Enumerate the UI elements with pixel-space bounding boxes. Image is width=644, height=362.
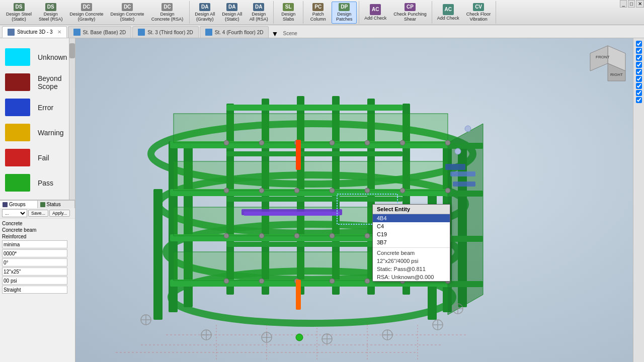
- design-steel-static-icon: DS: [14, 3, 25, 11]
- tab-structure-3d[interactable]: Structure 3D - 3 ✕: [2, 26, 67, 38]
- add-check-punching-icon: AC: [370, 4, 381, 15]
- svg-point-58: [294, 233, 299, 238]
- design-patches-icon: DP: [339, 3, 350, 11]
- prop-field2[interactable]: [2, 249, 67, 257]
- tab-status[interactable]: Status: [38, 201, 75, 208]
- legend-beyond-scope-label: Beyond Scope: [38, 74, 64, 90]
- panel-dropdown[interactable]: ...: [2, 209, 27, 217]
- svg-rect-76: [445, 164, 465, 170]
- prop-field3[interactable]: [2, 258, 67, 266]
- viewport[interactable]: Select Entity 4B4 C4 C19 3B7 Concrete be…: [75, 38, 633, 362]
- check-punching-shear-icon: CP: [405, 3, 416, 11]
- svg-point-48: [365, 140, 370, 145]
- check-floor-vibration-btn[interactable]: CV Check Floor Vibration: [463, 2, 494, 24]
- svg-rect-77: [450, 171, 475, 176]
- popup-item-c19[interactable]: C19: [373, 230, 450, 238]
- design-concrete-static-btn[interactable]: DC Design Concrete (Static): [108, 2, 147, 24]
- tab-close-btn[interactable]: ✕: [57, 29, 61, 35]
- right-cb-6[interactable]: [636, 76, 642, 82]
- design-concrete-rsa-btn[interactable]: DC Design Concrete (RSA): [148, 2, 187, 24]
- right-cb-7[interactable]: [636, 83, 642, 89]
- prop-field5[interactable]: [2, 277, 67, 285]
- legend-error: Error: [5, 99, 64, 116]
- legend-warning: Warning: [5, 124, 64, 141]
- patch-column-btn[interactable]: PC Patch Column: [305, 2, 331, 24]
- prop-rebar: Reinforced: [2, 234, 73, 239]
- popup-info-rsa: RSA: Unknown@0.000: [373, 273, 450, 281]
- tab-groups[interactable]: Groups: [0, 201, 38, 208]
- legend-error-label: Error: [38, 104, 53, 112]
- add-check-floor-btn[interactable]: AC Add Check: [434, 2, 462, 24]
- main-toolbar: DS Design Steel (Static) DS Design Steel…: [0, 0, 644, 25]
- svg-point-54: [365, 188, 370, 193]
- right-panel: [633, 38, 644, 362]
- svg-rect-36: [174, 114, 448, 143]
- left-panel: Unknown Beyond Scope Error Warning: [0, 38, 75, 362]
- tab-bar: Structure 3D - 3 ✕ St. Base (Base) 2D St…: [0, 25, 644, 38]
- svg-rect-33: [226, 151, 403, 156]
- right-cb-2[interactable]: [636, 48, 642, 54]
- legend-fail-swatch: [5, 149, 30, 166]
- design-all-rsa-btn[interactable]: DA Design All (RSA): [246, 2, 271, 24]
- toolbar-group-patches: PC Patch Column DP Design Patches: [303, 1, 359, 24]
- design-slabs-icon: SL: [283, 3, 294, 11]
- design-steel-rsa-icon: DS: [45, 3, 56, 11]
- right-cb-1[interactable]: [636, 41, 642, 47]
- toolbar-group-design-steel: DS Design Steel (Static) DS Design Steel…: [1, 1, 190, 24]
- right-cb-5[interactable]: [636, 69, 642, 75]
- popup-item-4b4[interactable]: 4B4: [373, 214, 450, 222]
- svg-rect-34: [226, 197, 403, 202]
- select-entity-popup[interactable]: Select Entity 4B4 C4 C19 3B7 Concrete be…: [372, 204, 450, 282]
- check-punching-shear-btn[interactable]: CP Check Punching Shear: [390, 2, 430, 24]
- panel-close-btn[interactable]: ✕: [636, 0, 644, 8]
- prop-field1[interactable]: [2, 240, 67, 248]
- main-area: Unknown Beyond Scope Error Warning: [0, 38, 644, 362]
- svg-point-65: [330, 279, 335, 284]
- save-btn[interactable]: Save...: [28, 210, 48, 217]
- design-patches-btn[interactable]: DP Design Patches: [332, 2, 357, 24]
- svg-point-100: [296, 334, 303, 341]
- design-concrete-gravity-btn[interactable]: DC Design Concrete (Gravity): [67, 2, 107, 24]
- tab-3d-icon: [8, 29, 15, 36]
- legend-unknown-swatch: [5, 48, 30, 66]
- svg-point-52: [294, 188, 299, 193]
- left-panel-scrollbar[interactable]: [69, 38, 75, 200]
- nav-cube[interactable]: FRONT RIGHT: [588, 43, 628, 83]
- legend-pass-swatch: [5, 174, 30, 192]
- svg-point-57: [259, 233, 264, 238]
- popup-item-c4[interactable]: C4: [373, 222, 450, 230]
- tab-st-base[interactable]: St. Base (Base) 2D: [68, 26, 132, 38]
- legend-beyond-scope-swatch: [5, 73, 30, 91]
- svg-point-53: [330, 188, 335, 193]
- popup-item-3b7[interactable]: 3B7: [373, 238, 450, 246]
- svg-rect-74: [296, 140, 301, 170]
- design-steel-static-btn[interactable]: DS Design Steel (Static): [3, 2, 35, 24]
- legend-warning-swatch: [5, 124, 30, 141]
- scene-tab[interactable]: Scene: [280, 29, 300, 38]
- svg-point-73: [465, 126, 471, 132]
- panel-restore-btn[interactable]: □: [628, 0, 635, 8]
- toolbar-group-slabs: SL Design Slabs: [274, 1, 303, 24]
- add-check-punching-btn[interactable]: AC Add Check: [361, 2, 389, 24]
- design-slabs-btn[interactable]: SL Design Slabs: [276, 2, 301, 24]
- design-all-gravity-btn[interactable]: DA Design All (Gravity): [192, 2, 218, 24]
- legend-area: Unknown Beyond Scope Error Warning: [0, 38, 69, 202]
- prop-field6[interactable]: [2, 286, 67, 294]
- legend-pass: Pass: [5, 174, 64, 192]
- legend-error-swatch: [5, 99, 30, 116]
- right-cb-3[interactable]: [636, 55, 642, 61]
- panel-minimize-btn[interactable]: _: [620, 0, 627, 8]
- right-cb-9[interactable]: [636, 97, 642, 103]
- tab-st-third[interactable]: St. 3 (Third floor) 2D: [132, 26, 199, 38]
- design-all-static-btn[interactable]: DA Design All (Static): [219, 2, 245, 24]
- apply-btn[interactable]: Apply...: [49, 210, 70, 217]
- svg-rect-78: [453, 182, 475, 187]
- prop-field4[interactable]: [2, 267, 67, 276]
- right-cb-8[interactable]: [636, 90, 642, 96]
- legend-beyond-scope: Beyond Scope: [5, 73, 64, 91]
- design-steel-rsa-btn[interactable]: DS Design Steel (RSA): [36, 2, 66, 24]
- svg-rect-75: [296, 280, 301, 310]
- right-cb-4[interactable]: [636, 62, 642, 68]
- tab-overflow-btn[interactable]: ▼: [270, 30, 280, 38]
- tab-st-fourth[interactable]: St. 4 (Fourth floor) 2D: [200, 26, 269, 38]
